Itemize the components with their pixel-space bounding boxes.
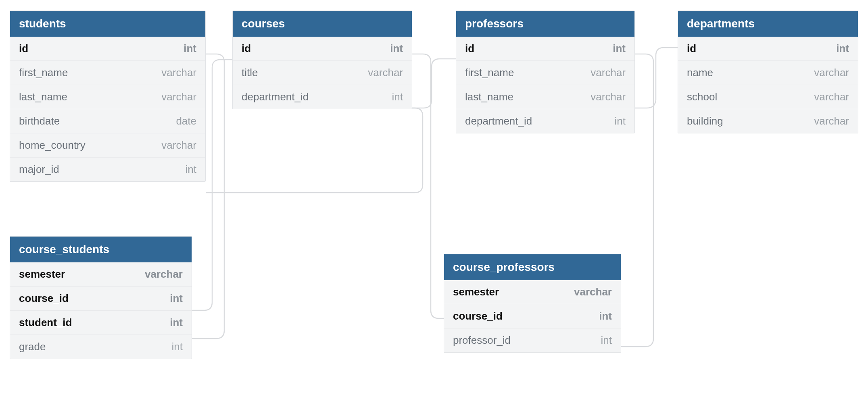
column-row[interactable]: buildingvarchar xyxy=(678,109,858,133)
column-type: int xyxy=(170,292,183,305)
column-type: int xyxy=(184,42,196,55)
column-name: id xyxy=(465,42,474,55)
column-row[interactable]: last_namevarchar xyxy=(456,85,634,109)
column-type: int xyxy=(390,42,403,55)
column-name: first_name xyxy=(19,66,68,79)
table-courses[interactable]: coursesidinttitlevarchardepartment_idint xyxy=(232,10,412,109)
column-type: varchar xyxy=(145,268,183,281)
column-type: int xyxy=(170,316,183,329)
column-row[interactable]: idint xyxy=(10,37,205,61)
column-name: id xyxy=(19,42,28,55)
column-row[interactable]: first_namevarchar xyxy=(456,61,634,85)
column-row[interactable]: schoolvarchar xyxy=(678,85,858,109)
column-row[interactable]: major_idint xyxy=(10,158,205,181)
column-type: varchar xyxy=(814,91,849,103)
column-name: id xyxy=(687,42,696,55)
table-header[interactable]: departments xyxy=(678,11,858,37)
column-row[interactable]: course_idint xyxy=(444,304,621,328)
table-professors[interactable]: professorsidintfirst_namevarcharlast_nam… xyxy=(456,10,635,133)
column-type: varchar xyxy=(368,66,403,79)
column-type: varchar xyxy=(590,91,626,103)
column-row[interactable]: department_idint xyxy=(233,85,412,109)
table-header[interactable]: course_professors xyxy=(444,254,621,280)
column-type: varchar xyxy=(161,91,196,103)
column-type: varchar xyxy=(161,66,196,79)
column-row[interactable]: home_countryvarchar xyxy=(10,133,205,158)
table-students[interactable]: studentsidintfirst_namevarcharlast_namev… xyxy=(10,10,206,182)
column-row[interactable]: namevarchar xyxy=(678,61,858,85)
column-name: last_name xyxy=(19,91,67,103)
column-type: int xyxy=(172,341,183,353)
column-name: major_id xyxy=(19,163,59,176)
column-name: name xyxy=(687,66,713,79)
column-type: int xyxy=(613,42,626,55)
column-name: last_name xyxy=(465,91,513,103)
column-type: int xyxy=(615,115,626,127)
column-type: varchar xyxy=(814,115,849,127)
column-name: professor_id xyxy=(453,334,511,347)
column-row[interactable]: professor_idint xyxy=(444,328,621,352)
column-type: varchar xyxy=(814,66,849,79)
column-row[interactable]: semestervarchar xyxy=(444,280,621,304)
column-row[interactable]: gradeint xyxy=(10,335,192,359)
column-name: semester xyxy=(453,286,499,298)
column-type: varchar xyxy=(574,286,612,298)
column-type: int xyxy=(392,91,403,103)
column-name: department_id xyxy=(465,115,532,127)
table-header[interactable]: course_students xyxy=(10,237,192,262)
column-type: int xyxy=(836,42,849,55)
column-name: department_id xyxy=(242,91,309,103)
column-row[interactable]: last_namevarchar xyxy=(10,85,205,109)
column-row[interactable]: idint xyxy=(456,37,634,61)
table-header[interactable]: professors xyxy=(456,11,634,37)
column-type: varchar xyxy=(590,66,626,79)
column-name: course_id xyxy=(19,292,69,305)
table-departments[interactable]: departmentsidintnamevarcharschoolvarchar… xyxy=(678,10,858,133)
column-row[interactable]: first_namevarchar xyxy=(10,61,205,85)
column-name: student_id xyxy=(19,316,72,329)
column-row[interactable]: student_idint xyxy=(10,311,192,335)
column-type: int xyxy=(186,163,196,176)
column-row[interactable]: department_idint xyxy=(456,109,634,133)
column-row[interactable]: birthdatedate xyxy=(10,109,205,133)
table-header[interactable]: students xyxy=(10,11,205,37)
column-row[interactable]: idint xyxy=(233,37,412,61)
column-name: home_country xyxy=(19,139,86,152)
column-name: id xyxy=(242,42,251,55)
column-type: int xyxy=(599,310,612,322)
column-name: school xyxy=(687,91,717,103)
column-name: semester xyxy=(19,268,65,281)
table-course_students[interactable]: course_studentssemestervarcharcourse_idi… xyxy=(10,236,192,359)
column-name: building xyxy=(687,115,723,127)
column-type: date xyxy=(176,115,196,127)
table-header[interactable]: courses xyxy=(233,11,412,37)
table-course_professors[interactable]: course_professorssemestervarcharcourse_i… xyxy=(444,254,621,353)
column-type: int xyxy=(601,334,612,347)
column-name: first_name xyxy=(465,66,514,79)
column-row[interactable]: course_idint xyxy=(10,287,192,311)
column-name: birthdate xyxy=(19,115,60,127)
column-name: course_id xyxy=(453,310,503,322)
column-type: varchar xyxy=(161,139,196,152)
column-row[interactable]: idint xyxy=(678,37,858,61)
column-name: grade xyxy=(19,341,46,353)
column-name: title xyxy=(242,66,258,79)
column-row[interactable]: titlevarchar xyxy=(233,61,412,85)
column-row[interactable]: semestervarchar xyxy=(10,262,192,287)
